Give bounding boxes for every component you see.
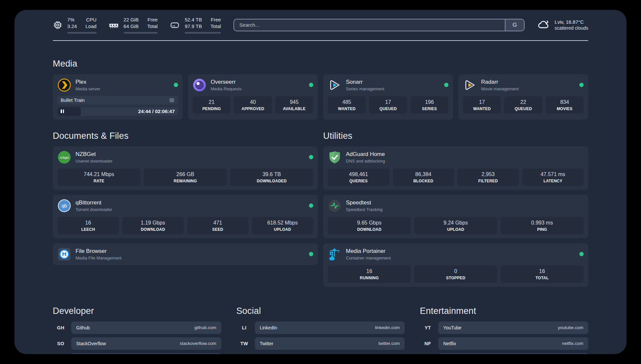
link-row-github[interactable]: GH Github github.com (53, 321, 221, 334)
pause-icon (61, 109, 64, 113)
link-row-netflix[interactable]: NF Netflix netflix.com (420, 337, 588, 350)
stat-tile: 16 RUNNING (328, 265, 411, 283)
search-input[interactable] (234, 19, 505, 31)
search-provider-button[interactable]: G (505, 19, 524, 31)
section-title-social: Social (236, 306, 405, 316)
link-row-stackoverflow[interactable]: SO StackOverflow stackoverflow.com (53, 337, 221, 350)
link-url: linkedin.com (375, 325, 400, 330)
app-subtitle: DNS and adblocking (346, 159, 385, 164)
status-dot-online (579, 83, 584, 87)
link-row-youtube[interactable]: YT YouTube youtube.com (420, 321, 588, 334)
stat-tile: 17 WANTED (463, 96, 501, 114)
stat-tile: 9.24 Gbps UPLOAD (414, 217, 497, 234)
app-subtitle: Usenet downloader (76, 159, 112, 164)
status-dot-online (444, 83, 448, 87)
link-url: twitter.com (379, 341, 400, 346)
link-abbr: LI (236, 321, 252, 334)
app-card-speedtest[interactable]: Speedtest Speedtest Tracking 9.65 Gbps D… (323, 195, 588, 238)
app-name: File Browser (76, 248, 121, 255)
app-name: Sonarr (346, 79, 384, 85)
entertainment-section: Entertainment YT YouTube youtube.com NF … (420, 306, 588, 354)
app-name: Speedtest (346, 199, 382, 206)
section-title-utilities: Utilities (323, 131, 588, 141)
stat-tile: 266 GB REMAINING (144, 168, 227, 186)
stat-tile: 0.993 ms PING (501, 217, 584, 234)
link-row-linkedin[interactable]: LI LinkedIn linkedin.com (236, 321, 405, 334)
adguard-icon (328, 150, 342, 164)
stat-tile: 40 APPROVED (234, 96, 272, 114)
hard-drive-icon (169, 20, 180, 30)
app-name: NZBGet (76, 151, 112, 158)
link-label: Netflix (443, 341, 456, 346)
stats-tiles: 485 WANTED 17 QUEUED 196 SERIES (328, 96, 448, 114)
link-url: stackoverflow.com (180, 341, 216, 346)
ram-icon (108, 20, 119, 30)
documents-column: Documents & Files nzbget NZBGet Usenet d… (53, 131, 318, 265)
now-playing-progress-row: 24:44 / 02:06:47 (57, 107, 178, 116)
section-title-developer: Developer (53, 306, 221, 316)
stat-tile: 498,461 QUERIES (328, 168, 389, 186)
app-card-filebrowser[interactable]: File Browser Media File Management (53, 243, 318, 265)
app-card-plex[interactable]: Plex Media server Bullet Train (53, 74, 183, 120)
app-name: Media Portainer (346, 248, 391, 255)
app-card-overseerr[interactable]: Overseerr Media Requests 21 PENDING 40 A… (188, 74, 318, 120)
stats-tiles: 17 WANTED 22 QUEUED 834 MOVIES (463, 96, 584, 114)
app-card-qbittorrent[interactable]: qb qBittorrent Torrent downloader 16 (53, 195, 318, 238)
status-dot-online (174, 83, 178, 87)
stats-tiles: 9.65 Gbps DOWNLOAD 9.24 Gbps UPLOAD 0.99… (328, 217, 584, 234)
now-playing-title: Bullet Train (61, 98, 85, 103)
stat-tile: 2,953 FILTERED (457, 168, 519, 186)
status-dot-online (309, 155, 313, 159)
link-row-dev[interactable]: DT DEV dev.to (53, 353, 221, 354)
app-subtitle: Container management (346, 256, 391, 260)
filebrowser-icon (57, 247, 71, 261)
stat-tile: 39.6 TB DOWNLOADED (230, 168, 313, 186)
cpu-load-label: Load (85, 23, 96, 30)
link-abbr: YT (420, 321, 436, 334)
app-name: Plex (76, 79, 100, 85)
link-abbr: TW (236, 337, 252, 350)
link-row-reddit[interactable]: RE Reddit reddit.com (420, 353, 588, 354)
stat-tile: 196 SERIES (411, 96, 448, 114)
stat-tile: 21 PENDING (193, 96, 230, 114)
cloud-icon (537, 18, 550, 32)
stat-tile: 0 STOPPED (414, 265, 497, 283)
app-card-radarr[interactable]: Radarr Movie management 17 WANTED 22 QUE… (458, 74, 588, 120)
cpu-usage-widget: 7% 3.24 CPU Load (53, 16, 97, 34)
app-card-adguard[interactable]: AdGuard Home DNS and adblocking 498,461 … (323, 146, 588, 190)
disk-total-label: Total (210, 23, 221, 30)
section-title-documents: Documents & Files (53, 131, 318, 141)
link-label: YouTube (443, 325, 461, 330)
cpu-load-value: 3.24 (67, 23, 77, 30)
portainer-icon (328, 247, 342, 261)
nzbget-icon: nzbget (57, 150, 71, 164)
memory-total-value: 64 GiB (124, 23, 139, 30)
status-dot-online (309, 252, 313, 256)
radarr-icon (463, 78, 477, 92)
link-row-twitter[interactable]: TW Twitter twitter.com (236, 337, 405, 350)
cpu-usage-label: CPU (85, 16, 96, 23)
link-label: Twitter (260, 341, 273, 346)
stat-tile: 744.21 Mbps RATE (57, 168, 140, 186)
memory-progress-bar (124, 32, 158, 34)
weather-location-temp: Lviv, 16.87°C (555, 19, 588, 25)
app-card-portainer[interactable]: Media Portainer Container management 16 … (323, 243, 588, 287)
disk-usage-widget: 52.4 TB 97.9 TB Free Total (169, 16, 221, 34)
weather-widget: Lviv, 16.87°C scattered clouds (537, 18, 588, 32)
app-card-nzbget[interactable]: nzbget NZBGet Usenet downloader 744.21 M… (53, 146, 318, 190)
disk-free-value: 52.4 TB (185, 16, 202, 23)
link-url: github.com (195, 325, 216, 330)
search-bar: G (233, 19, 525, 31)
app-subtitle: Media File Management (76, 256, 121, 260)
social-section: Social LI LinkedIn linkedin.com TW Twitt… (236, 306, 405, 350)
now-playing-title-row: Bullet Train (57, 96, 178, 105)
stats-tiles: 21 PENDING 40 APPROVED 945 AVAILABLE (193, 96, 313, 114)
svg-text:qb: qb (62, 203, 67, 208)
stat-tile: 618.52 Mbps UPLOAD (252, 217, 314, 234)
link-abbr: SO (53, 337, 69, 350)
link-label: StackOverflow (76, 341, 106, 346)
stat-tile: 22 QUEUED (504, 96, 542, 114)
app-card-sonarr[interactable]: Sonarr Series management 485 WANTED 17 Q… (323, 74, 453, 120)
qbittorrent-icon: qb (57, 199, 71, 213)
overseerr-icon (193, 78, 206, 92)
